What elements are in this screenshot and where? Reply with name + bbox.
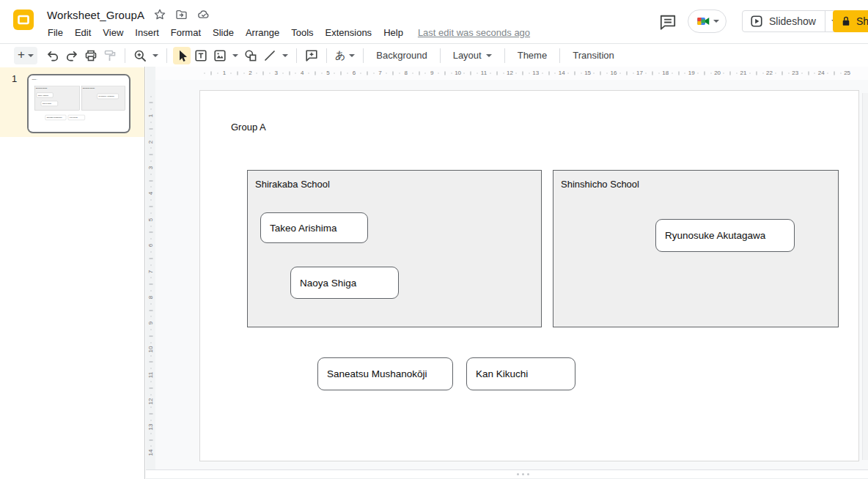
card-label: Naoya Shiga <box>300 278 356 289</box>
new-slide-caret-icon <box>28 54 34 57</box>
slideshow-label: Slideshow <box>769 15 816 27</box>
shape-icon <box>243 48 258 63</box>
slide-canvas: Group A Shirakaba School Shinshicho Scho… <box>155 80 868 469</box>
paint-format-button[interactable] <box>101 47 119 64</box>
name-card-naoya-shiga[interactable]: Naoya Shiga <box>290 267 399 299</box>
card-label: Takeo Arishima <box>270 223 337 234</box>
name-card-ryunosuke-akutagawa[interactable]: Ryunosuke Akutagawa <box>655 219 795 252</box>
layout-caret-icon <box>486 54 492 57</box>
insert-line-button[interactable] <box>261 47 279 64</box>
zoom-caret-icon[interactable] <box>152 54 158 57</box>
menu-edit[interactable]: Edit <box>69 26 97 40</box>
star-icon[interactable] <box>153 8 166 21</box>
container-label: Shirakaba School <box>36 88 48 89</box>
insert-image-button[interactable] <box>211 47 229 64</box>
name-card-kan-kikuchi[interactable]: Kan Kikuchi <box>466 357 575 390</box>
name-card-naoya-shiga: Naoya Shiga <box>41 101 58 106</box>
slide-filmstrip: 1 Group A Shirakaba School Shinshicho Sc… <box>0 67 145 479</box>
ruler-corner <box>146 67 155 80</box>
name-card-takeo-arishima[interactable]: Takeo Arishima <box>260 212 368 243</box>
menu-bar: File Edit View Insert Format Slide Arran… <box>42 24 530 41</box>
name-card-saneatsu-mushanokoji: Saneatsu Mushanokōji <box>45 115 66 120</box>
toolbar-separator <box>363 48 364 63</box>
name-card-takeo-arishima: Takeo Arishima <box>37 93 54 97</box>
menu-insert[interactable]: Insert <box>129 26 165 40</box>
card-label: Kan Kikuchi <box>70 116 78 118</box>
container-shirakaba-school[interactable]: Shirakaba School <box>247 170 542 327</box>
background-button[interactable]: Background <box>369 47 434 64</box>
redo-icon <box>65 48 79 63</box>
new-slide-button[interactable]: + <box>14 47 37 64</box>
text-box-icon <box>194 48 208 63</box>
image-icon <box>213 48 227 63</box>
insert-comment-button[interactable] <box>303 47 320 64</box>
toolbar-separator <box>166 48 167 63</box>
text-box-button[interactable] <box>192 47 210 64</box>
speaker-notes-splitter[interactable] <box>146 469 868 479</box>
menu-format[interactable]: Format <box>165 26 207 40</box>
toolbar-separator <box>296 48 297 63</box>
slide-thumbnail[interactable]: Group A Shirakaba School Shinshicho Scho… <box>27 74 130 133</box>
share-button[interactable]: Share <box>833 10 868 32</box>
container-label: Shirakaba School <box>255 179 330 190</box>
menu-extensions[interactable]: Extensions <box>320 26 378 40</box>
image-caret-icon[interactable] <box>232 54 238 57</box>
comment-history-icon[interactable] <box>658 13 678 32</box>
slideshow-button[interactable]: Slideshow <box>742 10 845 32</box>
insert-shape-button[interactable] <box>242 47 260 64</box>
card-label: Kan Kikuchi <box>476 368 528 379</box>
zoom-button[interactable] <box>131 47 149 64</box>
card-label: Saneatsu Mushanokōji <box>327 368 427 379</box>
share-label: Share <box>856 15 868 27</box>
theme-button[interactable]: Theme <box>510 47 554 64</box>
menu-view[interactable]: View <box>97 26 129 40</box>
input-tools-button[interactable]: あ <box>332 49 358 62</box>
ruler-horizontal: 1234567891011121314151617181920212223242… <box>155 67 868 80</box>
layout-button[interactable]: Layout <box>446 47 499 64</box>
toolbar-separator <box>504 48 505 63</box>
move-folder-icon[interactable] <box>174 8 188 21</box>
notes-resize-handle-icon[interactable] <box>517 473 529 475</box>
meet-button[interactable] <box>688 10 727 33</box>
filmstrip-selected-row[interactable]: 1 Group A Shirakaba School Shinshicho Sc… <box>0 67 144 137</box>
slides-logo-icon[interactable] <box>13 10 34 30</box>
zoom-icon <box>133 48 147 63</box>
transition-button[interactable]: Transition <box>565 47 622 64</box>
toolbar-separator <box>559 48 560 63</box>
meet-icon <box>696 15 711 28</box>
select-tool-button[interactable] <box>173 47 191 64</box>
card-label: Ryunosuke Akutagawa <box>665 230 765 241</box>
menu-arrange[interactable]: Arrange <box>240 26 285 40</box>
undo-icon <box>45 48 60 63</box>
line-caret-icon[interactable] <box>282 54 288 57</box>
redo-button[interactable] <box>63 47 81 64</box>
menu-tools[interactable]: Tools <box>285 26 319 40</box>
container-label: Shinshicho School <box>561 179 639 190</box>
menu-slide[interactable]: Slide <box>207 26 240 40</box>
container-label: Shinshicho School <box>83 88 95 89</box>
last-edit-status[interactable]: Last edit was seconds ago <box>418 27 530 38</box>
card-label: Takeo Arishima <box>38 94 48 96</box>
document-title[interactable]: Worksheet_GroupA <box>47 9 144 21</box>
slide-thumbnail-preview: Group A Shirakaba School Shinshicho Scho… <box>27 74 128 131</box>
print-button[interactable] <box>82 47 100 64</box>
group-title-text: Group A <box>32 79 37 81</box>
top-bar: Worksheet_GroupA File Edit View Insert F… <box>0 0 868 44</box>
vertical-scrollbar[interactable] <box>862 93 868 460</box>
container-shirakaba-school: Shirakaba School <box>34 86 80 111</box>
card-label: Naoya Shiga <box>43 103 51 104</box>
menu-help[interactable]: Help <box>378 26 409 40</box>
name-card-saneatsu-mushanokoji[interactable]: Saneatsu Mushanokōji <box>317 357 453 390</box>
card-label: Ryunosuke Akutagawa <box>98 95 114 97</box>
card-label: Saneatsu Mushanokōji <box>47 116 62 118</box>
toolbar-separator <box>326 48 327 63</box>
slide-page: Group A Shirakaba School Shinshicho Scho… <box>199 90 859 461</box>
ruler-vertical: 1234567891011121314 <box>146 80 155 469</box>
toolbar: + <box>0 44 868 67</box>
toolbar-separator <box>440 48 441 63</box>
menu-file[interactable]: File <box>42 26 69 40</box>
play-icon <box>750 15 763 28</box>
cloud-saved-icon[interactable] <box>196 8 211 21</box>
group-title-text[interactable]: Group A <box>231 122 266 133</box>
undo-button[interactable] <box>44 47 62 64</box>
